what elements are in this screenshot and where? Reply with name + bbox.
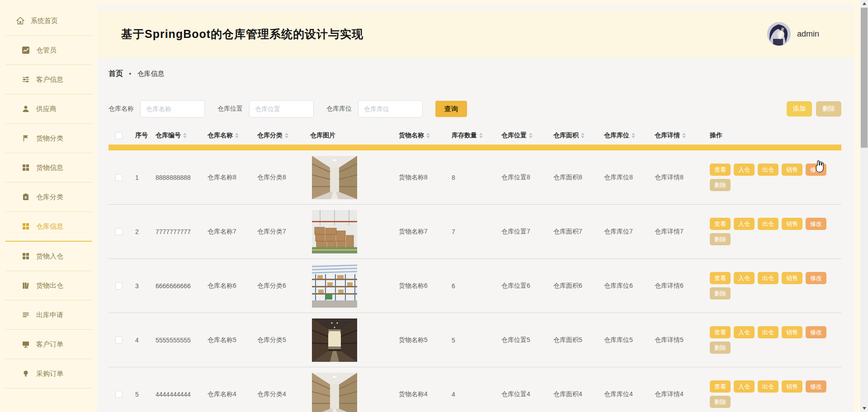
scrollbar-thumb[interactable] — [861, 8, 868, 148]
delete-button[interactable]: 删除 — [710, 396, 731, 408]
row-checkbox[interactable] — [115, 228, 123, 235]
sidebar-item-grid-7[interactable]: 仓库信息 — [0, 216, 97, 236]
inbound-button[interactable]: 入仓 — [734, 380, 755, 393]
cell-detail: 仓库详情7 — [648, 228, 702, 236]
row-checkbox[interactable] — [115, 391, 123, 398]
sale-button[interactable]: 销售 — [782, 326, 802, 338]
table-header-row: 序号仓库编号仓库名称仓库分类仓库图片货物名称库存数量仓库位置仓库面积仓库库位仓库… — [108, 128, 841, 143]
row-actions: 查看入仓出仓销售修改删除 — [702, 380, 841, 408]
row-checkbox[interactable] — [115, 174, 123, 181]
sidebar-item-monitor-11[interactable]: 客户订单 — [0, 334, 97, 354]
scroll-down-icon[interactable] — [860, 405, 868, 412]
column-header-6[interactable]: 货物名称 — [392, 131, 445, 140]
sidebar-item-label: 客户订单 — [36, 340, 63, 349]
outbound-button[interactable]: 出仓 — [758, 380, 778, 393]
column-header-11[interactable]: 仓库详情 — [648, 131, 702, 140]
column-header-4[interactable]: 仓库分类 — [251, 131, 304, 140]
view-button[interactable]: 查看 — [710, 218, 731, 230]
cell-category: 仓库分类7 — [251, 228, 304, 236]
sort-carets-icon[interactable] — [235, 133, 239, 138]
sidebar-item-flag-4[interactable]: 货物分类 — [0, 128, 97, 148]
inbound-button[interactable]: 入仓 — [734, 272, 755, 284]
modify-button[interactable]: 修改 — [806, 380, 826, 393]
column-header-9[interactable]: 仓库面积 — [547, 131, 598, 140]
delete-button[interactable]: 删除 — [710, 342, 731, 354]
outbound-button[interactable]: 出仓 — [758, 326, 778, 338]
column-header-2[interactable]: 仓库编号 — [149, 131, 201, 140]
sort-carets-icon[interactable] — [183, 133, 187, 138]
inbound-button[interactable]: 入仓 — [734, 326, 755, 338]
view-button[interactable]: 查看 — [710, 272, 731, 284]
sort-carets-icon[interactable] — [682, 133, 686, 138]
add-button[interactable]: 添加 — [787, 101, 812, 117]
sale-button[interactable]: 销售 — [782, 164, 802, 176]
delete-button[interactable]: 删除 — [710, 179, 731, 191]
sidebar-divider — [5, 388, 92, 389]
sidebar-item-trend-chart-1[interactable]: 仓管员 — [0, 40, 97, 60]
view-button[interactable]: 查看 — [710, 326, 731, 338]
scroll-up-icon[interactable] — [860, 0, 868, 7]
select-all-checkbox[interactable] — [115, 132, 123, 139]
user-box[interactable]: admin — [767, 22, 819, 46]
warehouse-location-input[interactable] — [249, 100, 314, 117]
grid-icon — [22, 222, 30, 230]
warehouse-slot-input[interactable] — [358, 100, 423, 117]
breadcrumb-home[interactable]: 首页 — [108, 69, 123, 79]
cell-slot: 仓库库位7 — [598, 228, 648, 236]
sidebar-item-bookshelf-9[interactable]: 货物出仓 — [0, 276, 97, 295]
modify-button[interactable]: 修改 — [806, 326, 826, 338]
sort-carets-icon[interactable] — [529, 133, 533, 138]
sale-button[interactable]: 销售 — [782, 218, 802, 230]
column-header-10[interactable]: 仓库库位 — [598, 131, 648, 140]
cell-goods: 货物名称5 — [392, 336, 445, 344]
sidebar-item-sliders-2[interactable]: 客户信息 — [0, 70, 97, 89]
table-row: 45555555555仓库名称5仓库分类5货物名称55仓库位置5仓库面积5仓库库… — [108, 313, 841, 367]
cell-category: 仓库分类5 — [251, 336, 304, 344]
cell-slot: 仓库库位5 — [598, 336, 648, 344]
outbound-button[interactable]: 出仓 — [758, 218, 778, 230]
view-button[interactable]: 查看 — [710, 380, 731, 393]
sidebar-item-user-3[interactable]: 供应商 — [0, 99, 97, 119]
sort-carets-icon[interactable] — [479, 133, 483, 138]
select-all-checkbox-cell — [108, 132, 129, 139]
column-header-8[interactable]: 仓库位置 — [495, 131, 547, 140]
row-checkbox[interactable] — [115, 337, 123, 344]
inbound-button[interactable]: 入仓 — [734, 218, 755, 230]
sale-button[interactable]: 销售 — [782, 272, 802, 284]
cell-detail: 仓库详情5 — [648, 336, 702, 344]
sidebar-item-lightbulb-12[interactable]: 采购订单 — [0, 364, 97, 384]
view-button[interactable]: 查看 — [710, 164, 731, 176]
sale-button[interactable]: 销售 — [782, 380, 802, 393]
outbound-button[interactable]: 出仓 — [758, 164, 778, 176]
cell-seq: 2 — [129, 228, 149, 235]
outbound-button[interactable]: 出仓 — [758, 272, 778, 284]
warehouse-name-input[interactable] — [140, 100, 205, 117]
cell-area: 仓库面积8 — [547, 173, 598, 182]
sort-carets-icon[interactable] — [426, 133, 430, 138]
vertical-scrollbar[interactable] — [860, 0, 868, 412]
sidebar-item-grid-5[interactable]: 货物信息 — [0, 158, 97, 178]
column-header-12: 操作 — [702, 131, 841, 140]
sidebar-item-grid-8[interactable]: 货物入仓 — [0, 246, 97, 266]
column-header-3[interactable]: 仓库名称 — [201, 131, 251, 140]
cell-detail: 仓库详情6 — [648, 282, 702, 290]
delete-button[interactable]: 删除 — [710, 287, 731, 300]
modify-button[interactable]: 修改 — [806, 272, 826, 284]
sort-carets-icon[interactable] — [632, 133, 635, 138]
table-row: 18888888888仓库名称8仓库分类8货物名称88仓库位置8仓库面积8仓库库… — [108, 150, 841, 205]
sidebar-item-list-10[interactable]: 出库申请 — [0, 305, 97, 325]
modify-button[interactable]: 修改 — [806, 164, 826, 176]
column-header-7[interactable]: 库存数量 — [445, 131, 495, 140]
row-checkbox[interactable] — [115, 282, 123, 290]
delete-button[interactable]: 删除 — [710, 233, 731, 245]
sidebar-item-clipboard-6[interactable]: 仓库分类 — [0, 187, 97, 207]
search-button[interactable]: 查询 — [435, 101, 467, 117]
delete-selected-button[interactable]: 删除 — [816, 101, 841, 117]
inbound-button[interactable]: 入仓 — [734, 164, 755, 176]
sidebar-item-home-0[interactable]: 系统首页 — [0, 11, 97, 31]
breadcrumb-current: 仓库信息 — [137, 70, 164, 78]
modify-button[interactable]: 修改 — [806, 218, 826, 230]
sort-carets-icon[interactable] — [285, 133, 288, 138]
avatar[interactable] — [767, 22, 791, 46]
sort-carets-icon[interactable] — [581, 133, 585, 138]
